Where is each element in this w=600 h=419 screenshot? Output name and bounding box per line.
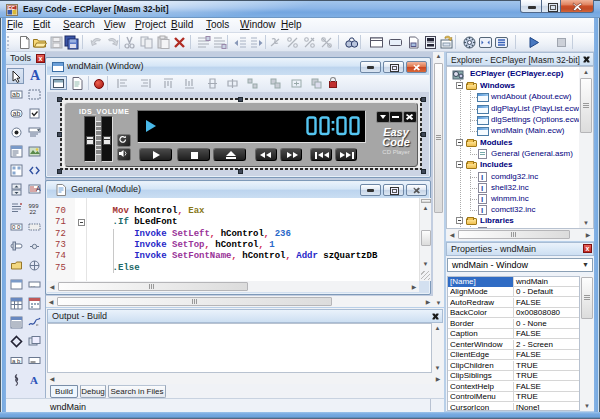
svg-text:...: ...	[31, 282, 36, 288]
svg-text:22: 22	[30, 209, 37, 215]
svg-text:A: A	[36, 185, 41, 192]
svg-text:ab: ab	[12, 91, 20, 98]
svg-text:A: A	[30, 374, 38, 386]
svg-text:a b: a b	[12, 358, 21, 364]
svg-text:ab: ab	[13, 110, 21, 117]
svg-text:EC: EC	[8, 5, 15, 11]
svg-text:0 0: 0 0	[12, 224, 21, 230]
